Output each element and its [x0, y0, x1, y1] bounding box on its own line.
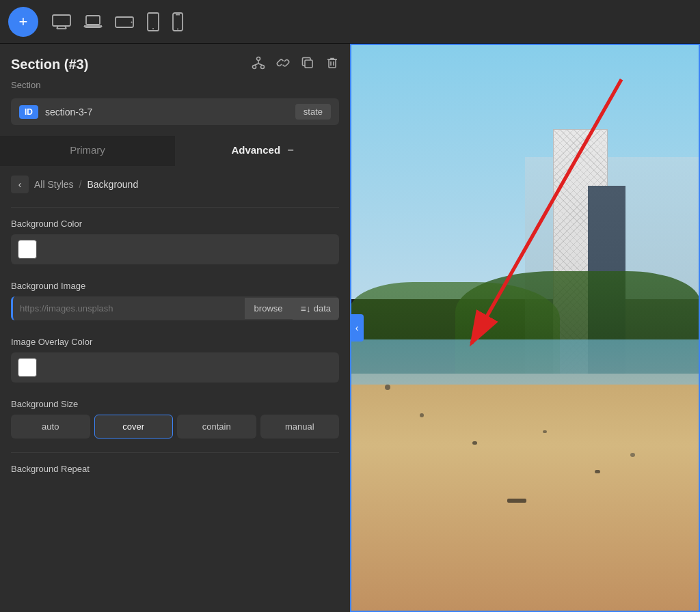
breadcrumb-all-styles[interactable]: All Styles: [34, 179, 74, 190]
section-subtitle: Section: [0, 80, 350, 98]
desktop-icon[interactable]: [52, 12, 71, 31]
section-header: Section (#3): [0, 44, 350, 80]
person-4: [543, 430, 547, 433]
background-repeat-section: Background Repeat: [0, 457, 350, 486]
header-actions: [252, 56, 339, 73]
background-color-row: [11, 234, 339, 264]
image-overlay-label: Image Overlay Color: [11, 337, 339, 347]
water: [350, 339, 700, 385]
laptop-icon[interactable]: [83, 12, 103, 31]
image-overlay-row: [11, 352, 339, 382]
svg-rect-20: [329, 59, 336, 68]
svg-point-13: [253, 66, 256, 69]
section-title: Section (#3): [11, 57, 88, 72]
background-image-section: Background Image browse ≡↓ data: [0, 274, 350, 330]
state-button[interactable]: state: [295, 104, 331, 120]
background-image-label: Background Image: [11, 281, 339, 291]
size-auto-button[interactable]: auto: [11, 415, 90, 439]
background-size-buttons: auto cover contain manual: [11, 415, 339, 439]
background-size-label: Background Size: [11, 399, 339, 409]
svg-line-17: [258, 64, 262, 66]
tab-primary[interactable]: Primary: [0, 136, 175, 166]
top-toolbar: +: [0, 0, 700, 44]
background-repeat-label: Background Repeat: [11, 464, 339, 474]
divider-2: [11, 452, 339, 453]
svg-rect-9: [173, 13, 183, 31]
svg-point-6: [131, 21, 133, 23]
breadcrumb-back-button[interactable]: ‹: [11, 176, 29, 193]
data-label: data: [314, 303, 331, 314]
tablet-portrait-icon[interactable]: [146, 12, 160, 31]
svg-point-14: [261, 66, 265, 69]
id-badge: ID: [19, 105, 38, 119]
device-icons: [52, 12, 183, 31]
sidebar: Section (#3): [0, 44, 350, 612]
svg-rect-18: [305, 60, 312, 68]
svg-line-16: [254, 64, 258, 66]
background-color-label: Background Color: [11, 219, 339, 229]
link-icon[interactable]: [276, 56, 290, 73]
svg-point-12: [257, 57, 260, 61]
background-size-section: Background Size auto cover contain manua…: [0, 392, 350, 448]
tabs-row: Primary Advanced −: [0, 136, 350, 166]
background-color-swatch[interactable]: [18, 240, 37, 259]
id-state-row: ID section-3-7 state: [11, 98, 339, 125]
breadcrumb-current: Background: [87, 179, 138, 190]
tab-advanced-dash: −: [287, 144, 293, 156]
image-url-row: browse ≡↓ data: [11, 296, 339, 320]
browse-button[interactable]: browse: [245, 298, 293, 319]
breadcrumb-separator: /: [79, 179, 82, 190]
sand: [350, 374, 700, 612]
size-cover-button[interactable]: cover: [94, 415, 174, 439]
breadcrumb: ‹ All Styles / Background: [0, 166, 350, 203]
svg-point-10: [177, 28, 178, 29]
divider-1: [11, 207, 339, 208]
person-6: [630, 453, 635, 457]
data-button[interactable]: ≡↓ data: [293, 298, 339, 320]
image-overlay-swatch[interactable]: [18, 358, 37, 377]
hierarchy-icon[interactable]: [252, 56, 265, 73]
delete-icon[interactable]: [325, 56, 339, 73]
size-contain-button[interactable]: contain: [177, 415, 256, 439]
duplicate-icon[interactable]: [301, 56, 314, 73]
person-lying: [507, 499, 526, 503]
mobile-icon[interactable]: [172, 12, 183, 31]
size-manual-button[interactable]: manual: [260, 415, 340, 439]
image-url-input[interactable]: [13, 296, 245, 320]
tablet-landscape-icon[interactable]: [115, 12, 134, 31]
background-color-section: Background Color: [0, 212, 350, 274]
tab-advanced[interactable]: Advanced −: [175, 136, 350, 166]
svg-rect-5: [116, 17, 133, 27]
canvas-area: ‹: [350, 44, 700, 612]
svg-point-8: [152, 28, 154, 29]
add-button[interactable]: +: [8, 7, 38, 37]
svg-rect-4: [86, 16, 100, 25]
image-overlay-section: Image Overlay Color: [0, 330, 350, 392]
id-value: section-3-7: [45, 107, 288, 117]
person-5: [595, 470, 600, 473]
collapse-handle[interactable]: ‹: [350, 314, 364, 342]
data-icon: ≡↓: [301, 303, 311, 314]
main-area: Section (#3): [0, 44, 700, 612]
svg-rect-0: [53, 15, 70, 26]
